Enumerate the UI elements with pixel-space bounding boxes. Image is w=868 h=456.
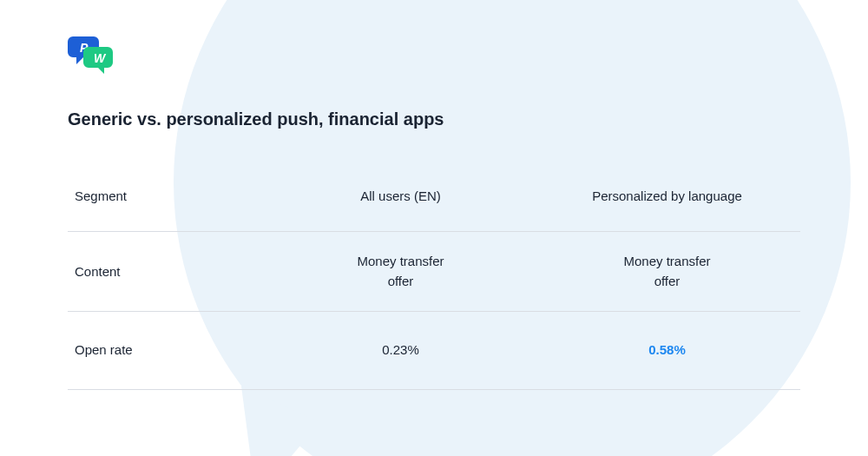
pushwoosh-logo-icon: P W [68,35,115,78]
table-row-segment: Segment All users (EN) Personalized by l… [68,161,800,232]
content-generic-line2: offer [274,271,527,291]
table-row-content: Content Money transfer offer Money trans… [68,232,800,312]
openrate-personalized: 0.58% [534,321,800,379]
content-personalized: Money transfer offer [534,232,800,311]
segment-generic: All users (EN) [267,167,534,225]
svg-text:W: W [94,51,107,65]
content-area: P W Generic vs. personalized push, finan… [0,0,868,390]
content-generic: Money transfer offer [267,232,534,311]
row-label-content: Content [68,242,267,301]
table-row-openrate: Open rate 0.23% 0.58% [68,312,800,390]
content-personalized-line2: offer [541,271,793,291]
row-label-segment: Segment [68,167,267,225]
content-personalized-line1: Money transfer [541,251,793,271]
page-title: Generic vs. personalized push, financial… [68,109,800,129]
openrate-generic: 0.23% [267,321,534,379]
row-label-openrate: Open rate [68,321,267,379]
comparison-table: Segment All users (EN) Personalized by l… [68,161,800,390]
segment-personalized: Personalized by language [534,167,800,225]
content-generic-line1: Money transfer [274,251,527,271]
